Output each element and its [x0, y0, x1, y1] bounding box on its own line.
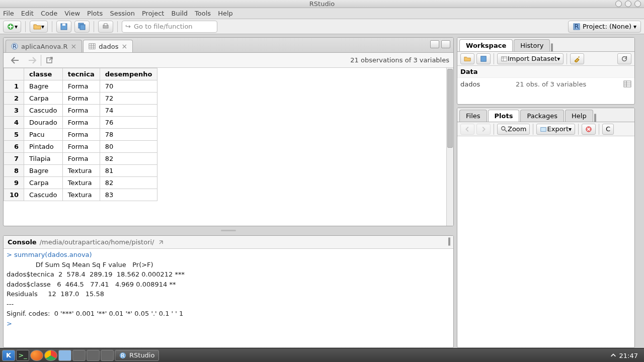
print-button[interactable] — [98, 21, 113, 33]
table-row[interactable]: 8BagreTextura81 — [4, 165, 157, 177]
kde-start-icon[interactable]: K — [2, 350, 15, 361]
zoom-icon — [501, 126, 508, 133]
maximize-icon[interactable] — [625, 1, 631, 7]
export-plot-button[interactable]: Export▾ — [536, 124, 575, 135]
clear-workspace-button[interactable] — [570, 53, 584, 64]
popout-button[interactable] — [42, 54, 58, 66]
tab-help[interactable]: Help — [565, 110, 593, 122]
cell: 80 — [100, 141, 157, 153]
tab-history[interactable]: History — [514, 39, 550, 51]
goto-wd-icon[interactable] — [157, 239, 165, 246]
table-row[interactable]: 5PacuForma78 — [4, 129, 157, 141]
load-workspace-button[interactable] — [460, 53, 474, 64]
maximize-pane-icon[interactable] — [552, 43, 553, 52]
cell: 81 — [100, 165, 157, 177]
chrome-icon[interactable] — [44, 350, 57, 361]
workspace-body: Data dados 21 obs. of 3 variables — [457, 66, 634, 104]
svg-rect-6 — [104, 24, 107, 26]
save-all-icon — [78, 23, 86, 31]
table-row[interactable]: 10CascudoTextura83 — [4, 189, 157, 201]
cell: 70 — [100, 80, 157, 93]
save-button[interactable] — [56, 21, 71, 33]
table-row[interactable]: 3CascudoForma74 — [4, 105, 157, 117]
menu-help[interactable]: Help — [218, 10, 233, 17]
tab-workspace[interactable]: Workspace — [459, 39, 513, 51]
app-icon[interactable] — [72, 350, 86, 361]
table-row[interactable]: 2CarpaForma72 — [4, 93, 157, 105]
refresh-button[interactable] — [617, 53, 631, 64]
tab-dados[interactable]: dados × — [83, 40, 133, 52]
open-file-button[interactable]: ▾ — [30, 21, 48, 33]
column-header-classe[interactable]: classe — [24, 68, 63, 80]
table-row[interactable]: 1BagreForma70 — [4, 80, 157, 93]
tab-packages[interactable]: Packages — [520, 110, 564, 122]
menu-build[interactable]: Build — [171, 10, 188, 17]
save-icon — [60, 23, 68, 31]
filemanager-icon[interactable] — [58, 350, 71, 361]
close-icon[interactable] — [634, 1, 641, 7]
zoom-plot-button[interactable]: Zoom — [497, 124, 530, 135]
column-header-desempenho[interactable]: desempenho — [100, 68, 157, 80]
popout-icon — [45, 56, 55, 64]
table-row[interactable]: 6PintadoForma80 — [4, 141, 157, 153]
app-icon[interactable] — [101, 350, 114, 361]
workspace-item[interactable]: dados 21 obs. of 3 variables — [457, 78, 634, 90]
menu-code[interactable]: Code — [41, 10, 57, 17]
window-controls — [615, 1, 641, 7]
data-info: 21 observations of 3 variables — [350, 56, 449, 64]
save-workspace-button[interactable] — [476, 53, 491, 64]
close-icon[interactable]: × — [121, 42, 127, 50]
table-row[interactable]: 9CarpaTextura82 — [4, 177, 157, 189]
new-file-button[interactable]: ▾ — [3, 21, 21, 33]
menu-view[interactable]: View — [64, 10, 80, 17]
cell: Textura — [62, 165, 100, 177]
firefox-icon[interactable] — [30, 350, 43, 361]
table-row[interactable]: 7TilapiaForma82 — [4, 153, 157, 165]
import-dataset-button[interactable]: Import Dataset▾ — [497, 53, 564, 64]
tab-files[interactable]: Files — [459, 110, 487, 122]
minimize-icon[interactable] — [615, 1, 622, 7]
tab-plots[interactable]: Plots — [488, 110, 520, 122]
remove-plot-button[interactable] — [582, 124, 596, 135]
table-row[interactable]: 4DouradoForma76 — [4, 117, 157, 129]
minimize-pane-icon[interactable] — [430, 40, 439, 48]
next-plot-button[interactable] — [476, 124, 491, 135]
workspace-item-value: 21 obs. of 3 variables — [516, 80, 623, 88]
up-arrow-icon[interactable] — [610, 352, 617, 359]
maximize-pane-icon[interactable] — [441, 40, 450, 48]
console-output[interactable]: > summary(dados.anova) Df Sum Sq Mean Sq… — [4, 249, 453, 347]
maximize-pane-icon[interactable] — [449, 237, 450, 246]
table-icon — [89, 43, 96, 50]
view-table-icon[interactable] — [623, 80, 631, 88]
cell: 74 — [100, 105, 157, 117]
goto-file-function-input[interactable]: ↪ Go to file/function — [122, 21, 217, 33]
menu-file[interactable]: File — [3, 10, 14, 17]
close-icon[interactable]: × — [70, 42, 76, 50]
taskbar-entry-rstudio[interactable]: R RStudio — [115, 350, 159, 361]
menu-project[interactable]: Project — [142, 10, 164, 17]
project-selector[interactable]: R Project: (None) ▾ — [568, 21, 641, 33]
column-header-tecnica[interactable]: tecnica — [62, 68, 100, 80]
arrow-right-icon — [480, 126, 487, 133]
data-table-container[interactable]: classe tecnica desempenho 1BagreForma702… — [4, 68, 453, 226]
svg-text:R: R — [13, 43, 17, 50]
maximize-pane-icon[interactable] — [595, 114, 596, 122]
clear-plots-button[interactable]: C — [602, 124, 614, 135]
console-path: /media/outraparticao/home/pistori/ — [40, 238, 154, 246]
horizontal-splitter[interactable] — [3, 229, 454, 232]
terminal-icon[interactable]: >_ — [16, 350, 29, 361]
save-all-button[interactable] — [74, 21, 90, 33]
menu-tools[interactable]: Tools — [195, 10, 211, 17]
cell: Forma — [62, 93, 100, 105]
menu-plots[interactable]: Plots — [87, 10, 103, 17]
prev-plot-button[interactable] — [460, 124, 474, 135]
app-icon[interactable] — [87, 350, 100, 361]
plots-tabstrip: Files Plots Packages Help — [457, 108, 634, 122]
svg-rect-11 — [89, 44, 95, 49]
vertical-scrollbar[interactable] — [446, 68, 453, 226]
menu-edit[interactable]: Edit — [21, 10, 34, 17]
forward-button[interactable] — [24, 54, 40, 66]
back-button[interactable] — [8, 54, 24, 66]
menu-session[interactable]: Session — [110, 10, 135, 17]
tab-aplicaanova[interactable]: R aplicaAnova.R × — [6, 40, 82, 52]
